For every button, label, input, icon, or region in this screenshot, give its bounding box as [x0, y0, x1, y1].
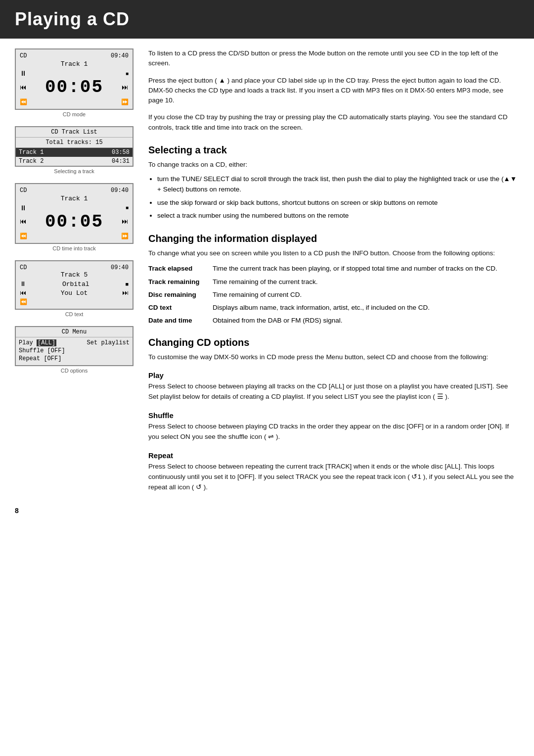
ct-line1-icon: ⏸ — [20, 281, 26, 288]
ct-line1-text: Orbital — [62, 281, 89, 288]
tl-track-dur-2: 04:31 — [112, 158, 130, 165]
ct-top: CD 09:40 — [20, 264, 129, 271]
cd-play-text: Press Select to choose between playing a… — [148, 381, 519, 402]
cm-header: CD Menu — [16, 327, 133, 337]
bullet-2: use the skip forward or skip back button… — [157, 198, 519, 208]
track-list-widget: CD Track List Total tracks: 15 Track 1 0… — [15, 126, 134, 174]
screen-row3-1: ⏪ ⏩ — [20, 98, 129, 106]
page-header: Playing a CD — [0, 0, 534, 39]
cd-play-subtitle: Play — [148, 371, 519, 379]
tl-track-name-2: Track 2 — [19, 158, 44, 165]
cd-text-screen: CD 09:40 Track 5 ⏸ Orbital ■ ⏮ You Lot ⏭… — [15, 260, 134, 310]
info-label-0: Track elapsed — [148, 263, 213, 276]
cd-time-1: 09:40 — [111, 52, 129, 59]
ct-prev-icon: ⏪ — [20, 298, 27, 306]
cd-menu-widget: CD Menu Play [ALL] Set playlist Shuffle … — [15, 326, 134, 374]
cd-label-2: CD — [20, 187, 27, 194]
page-title: Playing a CD — [15, 9, 519, 30]
cd-time-2: 09:40 — [111, 187, 129, 194]
ct-bottom: ⏪ — [20, 298, 129, 306]
section-title-cd-options: Changing CD options — [148, 337, 519, 348]
cd-shuffle-text: Press Select to choose between playing C… — [148, 422, 519, 442]
cm-body: Play [ALL] Set playlist Shuffle [OFF] Re… — [16, 337, 133, 365]
info-text-4: Obtained from the DAB or FM (RDS) signal… — [213, 315, 519, 328]
cd-menu-screen: CD Menu Play [ALL] Set playlist Shuffle … — [15, 326, 134, 366]
screen-controls-1: ⏸ ■ — [20, 70, 129, 78]
tl-track-name-1: Track 1 — [19, 149, 44, 156]
section-title-info: Changing the information displayed — [148, 233, 519, 244]
page-number: 8 — [0, 497, 534, 520]
info-label-1: Track remaining — [148, 276, 213, 289]
cd-text-caption: CD text — [15, 311, 134, 317]
ct-line1-stop: ■ — [125, 282, 129, 287]
next-icon-1: ⏩ — [121, 98, 129, 106]
track-list-screen: CD Track List Total tracks: 15 Track 1 0… — [15, 126, 134, 167]
cd-mode-screen: CD 09:40 Track 1 ⏸ ■ ⏮ 00:05 ⏭ ⏪ ⏩ — [15, 48, 134, 110]
ct-line2-fwd: ⏭ — [122, 289, 129, 297]
info-row-4: Date and time Obtained from the DAB or F… — [148, 315, 519, 328]
info-intro: To change what you see on screen while y… — [148, 248, 519, 259]
cd-track-row-2: Track 1 — [20, 195, 129, 202]
tl-totals: Total tracks: 15 — [16, 138, 133, 148]
tl-item-2: Track 2 04:31 — [16, 157, 133, 166]
cd-repeat-subtitle: Repeat — [148, 451, 519, 460]
stop-icon-2: ■ — [126, 205, 129, 211]
cd-mode-caption: CD mode — [15, 111, 134, 117]
ct-line2-icon: ⏮ — [20, 289, 26, 297]
screen-top-row-2: CD 09:40 — [20, 187, 129, 194]
ct-line2-text: You Lot — [61, 289, 88, 297]
intro-para-3: If you close the CD tray by pushing the … — [148, 112, 519, 133]
cd-mode-widget: CD 09:40 Track 1 ⏸ ■ ⏮ 00:05 ⏭ ⏪ ⏩ C — [15, 48, 134, 117]
info-text-0: Time the current track has been playing,… — [213, 263, 519, 276]
cm-play-highlight: [ALL] — [37, 339, 56, 346]
info-text-3: Displays album name, track information, … — [213, 302, 519, 315]
ct-line2: ⏮ You Lot ⏭ — [20, 289, 129, 297]
cd-time-caption: CD time into track — [15, 245, 134, 251]
cm-repeat-value: [OFF] — [44, 355, 61, 362]
big-time-2: 00:05 — [45, 212, 103, 232]
prev-icon-1: ⏪ — [20, 98, 27, 106]
intro-para-1: To listen to a CD press the CD/SD button… — [148, 48, 519, 69]
rew-icon-2: ⏮ — [20, 218, 27, 226]
prev-icon-2: ⏪ — [20, 233, 27, 240]
fwd-icon-1: ⏭ — [122, 84, 129, 92]
next-icon-2: ⏩ — [121, 233, 129, 240]
left-column: CD 09:40 Track 1 ⏸ ■ ⏮ 00:05 ⏭ ⏪ ⏩ C — [15, 48, 134, 497]
screen-row2-2: ⏮ 00:05 ⏭ — [20, 212, 129, 232]
cm-shuffle-label: Shuffle [OFF] — [19, 347, 65, 354]
cd-label-1: CD — [20, 52, 27, 59]
ct-mode-label: CD — [20, 264, 27, 271]
stop-icon-1: ■ — [126, 71, 129, 77]
ct-time: 09:40 — [111, 264, 129, 271]
cd-options-intro: To customise the way DMX-50 works in CD … — [148, 352, 519, 363]
screen-controls-2: ⏸ ■ — [20, 204, 129, 212]
tl-header: CD Track List — [16, 127, 133, 138]
cm-play-label: Play [ALL] — [19, 339, 56, 346]
right-column: To listen to a CD press the CD/SD button… — [148, 48, 519, 497]
pause-icon-2: ⏸ — [20, 204, 27, 212]
screen-row3-2: ⏪ ⏩ — [20, 233, 129, 240]
ct-line1: ⏸ Orbital ■ — [20, 281, 129, 288]
cd-track-row-1: Track 1 — [20, 60, 129, 68]
cd-menu-caption: CD options — [15, 368, 134, 374]
cm-row-repeat: Repeat [OFF] — [19, 355, 130, 362]
cd-time-screen: CD 09:40 Track 1 ⏸ ■ ⏮ 00:05 ⏭ ⏪ ⏩ — [15, 183, 134, 244]
info-row-0: Track elapsed Time the current track has… — [148, 263, 519, 276]
pause-icon-1: ⏸ — [20, 70, 27, 78]
intro-para-2: Press the eject button ( ▲ ) and place y… — [148, 76, 519, 106]
tl-item-1: Track 1 03:58 — [16, 148, 133, 157]
cd-shuffle-subtitle: Shuffle — [148, 411, 519, 420]
cm-shuffle-value: [OFF] — [47, 347, 65, 354]
cm-play-right: Set playlist — [87, 339, 130, 346]
bullet-3: select a track number using the numbered… — [157, 211, 519, 221]
info-label-4: Date and time — [148, 315, 213, 328]
rew-icon-1: ⏮ — [20, 84, 27, 92]
info-text-2: Time remaining of current CD. — [213, 289, 519, 302]
page-body: CD 09:40 Track 1 ⏸ ■ ⏮ 00:05 ⏭ ⏪ ⏩ C — [0, 48, 534, 497]
info-row-2: Disc remaining Time remaining of current… — [148, 289, 519, 302]
big-time-1: 00:05 — [45, 78, 103, 97]
info-label-2: Disc remaining — [148, 289, 213, 302]
cm-row-shuffle: Shuffle [OFF] — [19, 347, 130, 354]
cm-repeat-label: Repeat [OFF] — [19, 355, 61, 362]
screen-row2-1: ⏮ 00:05 ⏭ — [20, 78, 129, 97]
